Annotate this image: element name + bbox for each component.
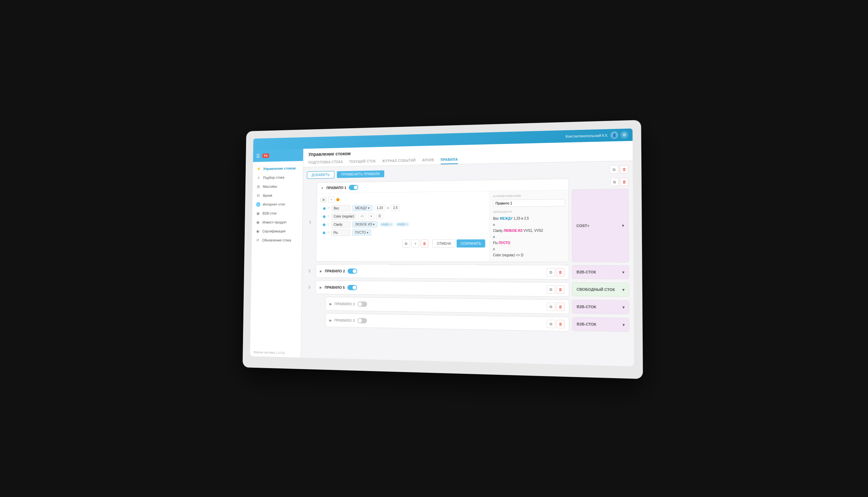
sidebar-item-certification[interactable]: ◉ Сертификация xyxy=(252,226,302,236)
sidebar-item-update-stock[interactable]: ↺ Обновление стока xyxy=(252,236,302,244)
condition-weight: ⠿ Вес МЕЖДУ ▾ 1,33 и 2,5 xyxy=(320,204,486,212)
apply-button[interactable]: ПРИМЕНИТЬ ПРАВИЛА xyxy=(337,170,384,178)
sidebar-item-label: Интернет-сток xyxy=(263,202,285,206)
op-empty[interactable]: ПУСТО ▾ xyxy=(352,229,371,236)
op-arrow[interactable]: ▾ xyxy=(368,213,374,219)
massives-icon: ⊞ xyxy=(256,184,261,189)
copy-rule-icon[interactable]: ⧉ xyxy=(610,178,619,186)
field-flu[interactable]: Flu xyxy=(331,229,350,236)
preview-text: Вес МЕЖДУ 1,33 и 2,5 и Clarity ЛЮБОЕ ИЗ … xyxy=(493,215,565,258)
add-condition-icon[interactable]: + xyxy=(328,196,334,203)
sidebar-item-internet-stock[interactable]: 🌐 Интернет-сток xyxy=(252,199,303,209)
field-weight[interactable]: Вес xyxy=(332,205,350,211)
rule-1-preview: НАИМЕНОВАНИЕ ПРОСМОТР Вес МЕЖДУ 1,33 и 2… xyxy=(489,190,568,262)
user-avatar[interactable]: 👤 xyxy=(610,131,618,139)
copy-subrule2-icon[interactable]: ⧉ xyxy=(547,320,555,328)
field-clarity[interactable]: Clarity xyxy=(331,222,350,228)
del-subrule2-icon[interactable]: 🗑 xyxy=(556,320,565,328)
internet-stock-icon: 🌐 xyxy=(256,202,260,207)
sidebar-item-massives[interactable]: ⊞ Массивы xyxy=(253,181,303,191)
username: Константинопольский К.К. xyxy=(566,133,608,138)
invest-product-icon: ◉ xyxy=(256,220,260,225)
delete-rule-icon[interactable]: 🗑 xyxy=(620,178,628,186)
val-2-5[interactable]: 2,5 xyxy=(391,204,400,211)
subrule-1-toggle[interactable] xyxy=(357,302,367,307)
drag-handle[interactable]: ⠿ xyxy=(328,207,330,210)
delete-icon[interactable]: 🗑 xyxy=(421,240,429,247)
subrule-row-2: ▶ ПРАВИЛО 3 ⧉ 🗑 xyxy=(315,313,630,333)
subrule-row-1: ▶ ПРАВИЛО 3 ⧉ 🗑 xyxy=(315,297,629,315)
copy-all-icon[interactable]: ⧉ xyxy=(610,165,619,174)
rule-1-expand[interactable]: ▼ xyxy=(321,186,324,190)
op-not-equal[interactable]: <> xyxy=(358,213,366,219)
del-subrule1-icon[interactable]: 🗑 xyxy=(556,303,565,311)
result-card-sub1[interactable]: B2B-СТОК ▾ xyxy=(572,300,629,314)
b2b-stock-icon: ◉ xyxy=(256,211,260,215)
sidebar-item-label: Подбор стока xyxy=(263,175,285,180)
tab-rules[interactable]: ПРАВИЛА xyxy=(441,156,458,164)
sidebar-item-invest-product[interactable]: ◉ Инвест-продукт xyxy=(252,217,302,227)
name-input[interactable] xyxy=(493,199,565,207)
val-D[interactable]: D xyxy=(376,213,383,219)
subrule-2-expand[interactable]: ▶ xyxy=(329,318,332,322)
menu-icon[interactable]: ☰ xyxy=(256,153,260,158)
tab-archive[interactable]: АРХИВ xyxy=(422,156,434,165)
rule-1-toggle[interactable] xyxy=(349,185,359,190)
sidebar-logo: PS xyxy=(262,153,269,158)
add-button[interactable]: ДОБАВИТЬ xyxy=(307,171,334,179)
cond-dot xyxy=(323,207,326,210)
rule-number-3: 3 xyxy=(305,280,313,294)
delete-all-icon[interactable]: 🗑 xyxy=(620,165,628,173)
update-stock-icon: ↺ xyxy=(256,238,260,242)
result-card-3[interactable]: СВОБОДНЫЙ СТОК ▾ xyxy=(572,282,629,297)
del-rule2-icon[interactable]: 🗑 xyxy=(556,268,565,276)
remove-vvs2[interactable]: × xyxy=(406,223,408,226)
tag-vvs1: VVS1 × xyxy=(380,222,394,226)
cancel-button[interactable]: ОТМЕНА xyxy=(433,240,456,247)
result-card-sub2[interactable]: B2B-СТОК ▾ xyxy=(572,317,630,332)
add-sub-icon[interactable]: + xyxy=(411,240,419,247)
sidebar-item-b2b-stock[interactable]: ◉ B2B-сток xyxy=(252,209,302,218)
rules-container: 1 ▼ ПРАВИЛО 1 xyxy=(305,178,630,333)
copy-rule3-icon[interactable]: ⧉ xyxy=(547,285,555,294)
sidebar-item-pick-stock[interactable]: ≡ Подбор стока xyxy=(253,172,303,182)
drag-handle[interactable]: ⠿ xyxy=(327,231,330,235)
sidebar-item-label: Архив xyxy=(263,194,272,197)
drag-handle[interactable]: ⠿ xyxy=(327,223,330,226)
tab-events[interactable]: ЖУРНАЛ СОБЫТИЙ xyxy=(382,157,416,166)
settings-icon[interactable]: ⚙ xyxy=(620,131,628,139)
rule-row-3: 3 ▶ ПРАВИЛО 5 ⧉ 🗑 xyxy=(305,280,629,298)
tab-prep[interactable]: ПОДГОТОВКА СТОКА xyxy=(308,158,343,167)
certification-icon: ◉ xyxy=(256,229,260,233)
rule-2-toggle[interactable] xyxy=(348,269,357,274)
subrule-2-result: B2B-СТОК ▾ xyxy=(572,317,630,333)
condition-clarity: ⠿ Clarity ЛЮБОЕ ИЗ ▾ VVS1 × xyxy=(320,221,485,228)
result-card-1[interactable]: COST+ ▾ xyxy=(572,189,629,262)
result-card-2[interactable]: B2B-СТОК ▾ xyxy=(572,265,629,280)
val-1-33[interactable]: 1,33 xyxy=(375,205,385,211)
copy-rule2-icon[interactable]: ⧉ xyxy=(547,268,555,276)
drag-handle[interactable]: ⠿ xyxy=(327,215,330,218)
subrule-2-toggle[interactable] xyxy=(357,318,367,323)
subrule-1-expand[interactable]: ▶ xyxy=(330,302,332,306)
cond-dot xyxy=(323,215,326,218)
del-rule3-icon[interactable]: 🗑 xyxy=(556,285,565,294)
copy-subrule1-icon[interactable]: ⧉ xyxy=(547,303,555,311)
rule-row-1: 1 ▼ ПРАВИЛО 1 xyxy=(306,178,629,262)
field-color[interactable]: Color (regular) xyxy=(332,213,357,219)
rule-3-toggle[interactable] xyxy=(347,285,357,290)
rule-1-result: ⧉ 🗑 COST+ ▾ xyxy=(572,178,629,262)
remove-vvs1[interactable]: × xyxy=(390,223,392,226)
rule-1-conditions: И + ⠿ xyxy=(316,191,489,261)
tab-current[interactable]: ТЕКУЩИЙ СТОК xyxy=(349,157,376,166)
rule-2-expand[interactable]: ▶ xyxy=(320,269,322,273)
sidebar-item-manage-stock[interactable]: ⚡ Управление стоком xyxy=(253,164,303,174)
copy-icon[interactable]: ⧉ xyxy=(402,240,410,247)
manage-stock-icon: ⚡ xyxy=(256,167,261,171)
sidebar-item-archive[interactable]: ⊟ Архив xyxy=(252,190,303,200)
save-button[interactable]: СОХРАНИТЬ xyxy=(457,240,485,247)
op-any-of[interactable]: ЛЮБОЕ ИЗ ▾ xyxy=(352,221,378,227)
rule-3-expand[interactable]: ▶ xyxy=(319,286,322,289)
subrule-1-result: B2B-СТОК ▾ xyxy=(572,300,629,315)
op-between[interactable]: МЕЖДУ ▾ xyxy=(352,205,373,211)
